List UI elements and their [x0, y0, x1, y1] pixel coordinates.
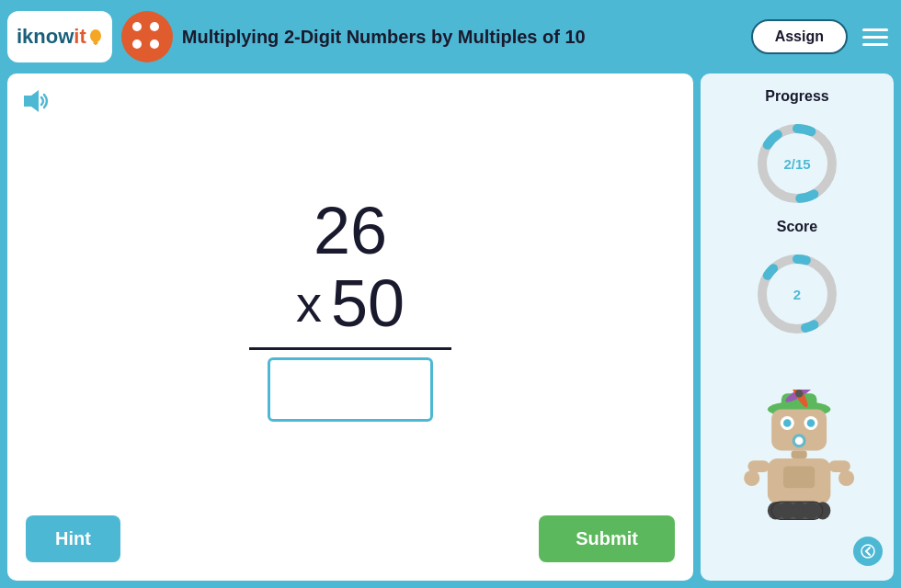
svg-rect-20: [792, 450, 807, 458]
robot-svg: [737, 390, 857, 527]
top-number: 26: [314, 195, 387, 267]
bottom-buttons: Hint Submit: [26, 506, 675, 562]
menu-button[interactable]: [857, 23, 894, 51]
lesson-title: Multiplying 2-Digit Numbers by Multiples…: [182, 27, 742, 48]
logo-text: iknow: [17, 25, 74, 49]
svg-rect-22: [783, 467, 815, 489]
progress-label: Progress: [765, 88, 828, 105]
back-icon: [861, 544, 875, 559]
score-donut: 2: [751, 248, 843, 340]
math-problem: 26 x 50: [26, 92, 675, 506]
sidebar-panel: Progress 2/15 Score 2: [701, 74, 894, 581]
svg-point-15: [783, 419, 792, 427]
back-button[interactable]: [853, 537, 883, 566]
svg-point-26: [838, 470, 854, 486]
lesson-icon: [121, 11, 173, 62]
hamburger-line-2: [862, 36, 888, 39]
progress-value: 2/15: [783, 156, 810, 172]
divider-line: [249, 347, 451, 350]
svg-point-19: [795, 436, 804, 445]
score-value: 2: [793, 287, 801, 302]
logo-bulb-icon: [88, 28, 103, 46]
svg-point-25: [744, 470, 759, 486]
progress-donut: 2/15: [751, 118, 843, 209]
problem-panel: 26 x 50 Hint Submit: [7, 74, 693, 581]
svg-point-34: [861, 545, 874, 558]
svg-marker-3: [24, 90, 39, 112]
multiplier-row: x 50: [296, 267, 405, 340]
operator: x: [296, 274, 322, 334]
svg-point-17: [807, 419, 815, 427]
dice-dots: [132, 22, 162, 51]
audio-icon: [22, 88, 51, 114]
score-label: Score: [777, 219, 817, 235]
svg-point-0: [90, 29, 101, 42]
hamburger-line-3: [862, 43, 888, 46]
assign-button[interactable]: Assign: [751, 19, 848, 54]
bottom-number: 50: [331, 267, 405, 340]
logo: iknowit: [7, 11, 112, 62]
submit-button[interactable]: Submit: [539, 515, 675, 562]
robot-mascot: [712, 349, 883, 527]
svg-point-12: [795, 390, 804, 398]
audio-button[interactable]: [22, 88, 51, 119]
answer-input[interactable]: [268, 357, 433, 422]
hint-button[interactable]: Hint: [26, 515, 120, 562]
hamburger-line-1: [862, 28, 888, 31]
